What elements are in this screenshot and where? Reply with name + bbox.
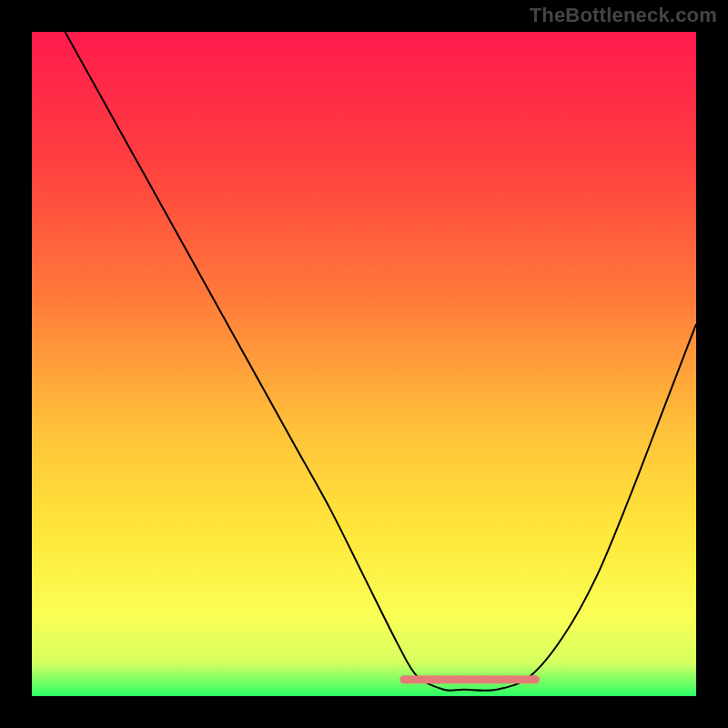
chart-frame: TheBottleneck.com	[0, 0, 728, 728]
bottleneck-chart	[32, 32, 696, 696]
gradient-background	[32, 32, 696, 696]
watermark-label: TheBottleneck.com	[530, 4, 717, 27]
